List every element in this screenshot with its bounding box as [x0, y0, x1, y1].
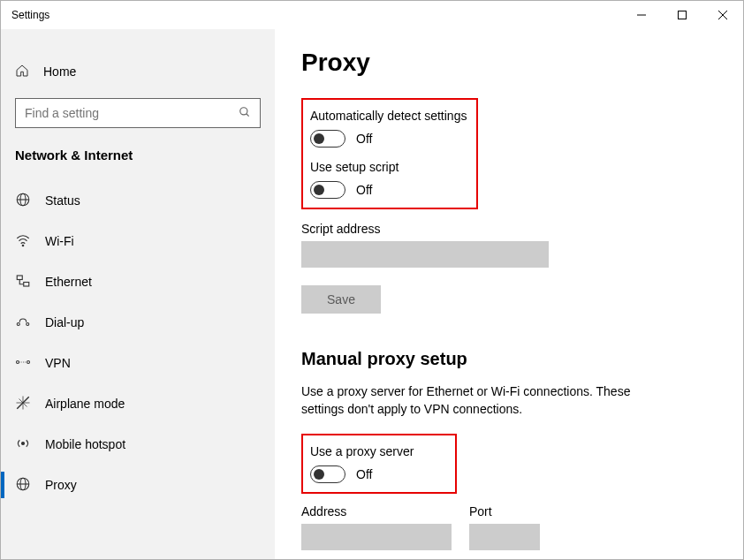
search-icon — [239, 106, 251, 121]
sidebar-item-wifi[interactable]: Wi-Fi — [1, 221, 275, 261]
search-input[interactable] — [25, 106, 239, 120]
save-button[interactable]: Save — [301, 285, 381, 314]
page-title: Proxy — [301, 49, 717, 77]
wifi-icon — [15, 232, 31, 251]
titlebar: Settings — [1, 1, 743, 29]
svg-point-9 — [22, 245, 24, 246]
window-controls — [621, 1, 743, 29]
sidebar-item-label: Dial-up — [45, 315, 84, 329]
svg-point-12 — [17, 322, 19, 325]
hotspot-icon — [15, 435, 31, 454]
sidebar-item-label: Proxy — [45, 478, 77, 492]
svg-point-15 — [27, 360, 30, 363]
use-proxy-label: Use a proxy server — [310, 444, 446, 458]
manual-section-heading: Manual proxy setup — [301, 349, 717, 369]
sidebar-item-dialup[interactable]: Dial-up — [1, 302, 275, 343]
port-label: Port — [469, 504, 540, 518]
svg-rect-1 — [679, 11, 687, 19]
sidebar-item-hotspot[interactable]: Mobile hotspot — [1, 424, 275, 465]
home-label: Home — [43, 64, 76, 79]
sidebar-item-vpn[interactable]: VPN — [1, 343, 275, 383]
address-label: Address — [301, 504, 452, 518]
nav-list: Status Wi-Fi Ethernet Dial-up VPN Airpla… — [1, 180, 275, 505]
script-address-input[interactable] — [301, 241, 549, 268]
main-panel: Proxy Automatically detect settings Off … — [275, 29, 743, 559]
status-icon — [15, 192, 31, 210]
sidebar-item-label: Ethernet — [45, 275, 92, 289]
sidebar-item-status[interactable]: Status — [1, 180, 275, 221]
svg-rect-10 — [17, 276, 22, 280]
category-heading: Network & Internet — [1, 140, 275, 180]
window-title: Settings — [11, 9, 49, 21]
svg-point-13 — [27, 322, 29, 325]
minimize-button[interactable] — [621, 1, 662, 29]
highlight-auto-script: Automatically detect settings Off Use se… — [301, 98, 478, 209]
svg-point-14 — [17, 360, 19, 363]
ethernet-icon — [15, 273, 31, 291]
vpn-icon — [15, 354, 31, 373]
sidebar: Home Network & Internet Status Wi-Fi E — [1, 29, 275, 559]
search-input-wrap[interactable] — [15, 98, 261, 128]
sidebar-item-ethernet[interactable]: Ethernet — [1, 261, 275, 302]
auto-detect-state: Off — [356, 132, 372, 146]
proxy-icon — [15, 476, 31, 495]
svg-point-17 — [22, 442, 25, 444]
setup-script-label: Use setup script — [310, 160, 467, 174]
setup-script-toggle[interactable] — [310, 181, 345, 199]
dialup-icon — [15, 314, 31, 332]
manual-description: Use a proxy server for Ethernet or Wi-Fi… — [301, 383, 637, 418]
close-button[interactable] — [702, 1, 743, 29]
sidebar-item-label: VPN — [45, 356, 71, 370]
sidebar-item-label: Airplane mode — [45, 397, 125, 411]
svg-line-5 — [247, 113, 249, 116]
script-address-label: Script address — [301, 222, 717, 236]
address-input[interactable] — [301, 524, 452, 550]
airplane-icon — [15, 395, 31, 413]
sidebar-item-airplane[interactable]: Airplane mode — [1, 383, 275, 424]
use-proxy-toggle[interactable] — [310, 465, 345, 483]
sidebar-item-label: Wi-Fi — [45, 234, 74, 248]
home-button[interactable]: Home — [1, 54, 275, 89]
auto-detect-toggle[interactable] — [310, 130, 345, 148]
svg-rect-11 — [24, 282, 29, 286]
use-proxy-state: Off — [356, 467, 372, 481]
maximize-button[interactable] — [662, 1, 702, 29]
auto-detect-label: Automatically detect settings — [310, 109, 467, 123]
highlight-use-proxy: Use a proxy server Off — [301, 434, 457, 494]
sidebar-item-proxy[interactable]: Proxy — [1, 465, 275, 505]
home-icon — [15, 64, 29, 80]
svg-point-4 — [240, 107, 247, 114]
sidebar-item-label: Mobile hotspot — [45, 437, 125, 451]
sidebar-item-label: Status — [45, 193, 80, 208]
port-input[interactable] — [469, 524, 540, 550]
setup-script-state: Off — [356, 183, 372, 197]
